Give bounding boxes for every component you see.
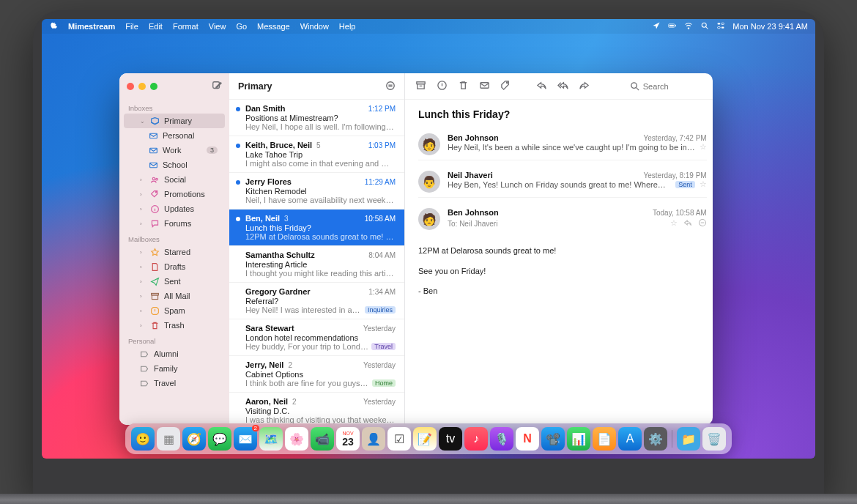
archive-icon [150, 292, 160, 301]
unread-button[interactable] [479, 80, 490, 92]
dock-launchpad-icon[interactable]: ▦ [157, 427, 180, 451]
compose-button[interactable] [212, 81, 222, 92]
dock-reminders-icon[interactable]: ☑︎ [387, 427, 411, 451]
dock-safari-icon[interactable]: 🧭 [182, 427, 206, 451]
star-icon[interactable]: ☆ [700, 142, 707, 152]
list-message[interactable]: Samantha Schultz8:04 AMInteresting Artic… [229, 246, 404, 283]
dock-messages-icon[interactable]: 💬 [208, 427, 231, 451]
battery-icon[interactable] [668, 21, 677, 32]
dock-numbers-icon[interactable]: 📊 [567, 427, 590, 451]
dock-tv-icon[interactable]: tv [439, 427, 462, 451]
wifi-icon[interactable] [684, 21, 693, 32]
star-icon[interactable]: ☆ [700, 179, 707, 189]
list-message[interactable]: Ben, Neil310:58 AMLunch this Friday?12PM… [229, 210, 404, 246]
menu-message[interactable]: Message [257, 22, 290, 31]
sidebar-item-alumni[interactable]: Alumni [124, 346, 225, 361]
list-message[interactable]: Jerry Flores11:29 AMKitchen RemodelNeil,… [229, 173, 404, 210]
sidebar-item-primary[interactable]: ⌄ Primary [124, 114, 225, 128]
menu-edit[interactable]: Edit [149, 22, 163, 31]
sidebar-item-travel[interactable]: Travel [124, 376, 225, 390]
dock-mail-icon[interactable]: ✉️2 [234, 427, 257, 451]
svg-rect-2 [675, 25, 676, 26]
filter-icon[interactable] [385, 81, 396, 92]
control-center-icon[interactable] [716, 21, 725, 32]
dock-trash-icon[interactable]: 🗑️ [702, 427, 726, 451]
dock-downloads-icon[interactable]: 📁 [677, 427, 700, 451]
more-icon[interactable] [698, 218, 707, 229]
svg-point-24 [631, 83, 637, 89]
reply-all-button[interactable] [557, 80, 568, 92]
spam-button[interactable] [437, 80, 448, 92]
archive-button[interactable] [415, 80, 426, 92]
sidebar-item-work[interactable]: Work 3 [124, 143, 225, 158]
menu-go[interactable]: Go [236, 22, 247, 31]
list-message[interactable]: Jerry, Neil2YesterdayCabinet OptionsI th… [229, 356, 404, 393]
list-message[interactable]: Keith, Bruce, Neil51:03 PMLake Tahoe Tri… [229, 136, 404, 173]
sidebar-item-starred[interactable]: ›Starred [124, 245, 225, 259]
menu-window[interactable]: Window [300, 22, 329, 31]
list-message[interactable]: Sara StewartYesterdayLondon hotel recomm… [229, 319, 404, 356]
menubar-app-name[interactable]: Mimestream [68, 22, 115, 31]
list-message[interactable]: Aaron, Neil2YesterdayVisiting D.C.I was … [229, 393, 404, 425]
dock-notes-icon[interactable]: 📝 [413, 427, 437, 451]
dock-settings-icon[interactable]: ⚙️ [644, 427, 667, 451]
dock-appstore-icon[interactable]: A [618, 427, 642, 451]
menubar-datetime[interactable]: Mon Nov 23 9:41 AM [732, 22, 808, 31]
sidebar-item-spam[interactable]: ›Spam [124, 303, 225, 318]
apple-icon[interactable] [49, 21, 58, 32]
search-field[interactable] [629, 81, 710, 92]
sidebar-item-updates[interactable]: ›Updates [124, 201, 225, 216]
sidebar-item-forums[interactable]: ›Forums [124, 216, 225, 231]
menubar: Mimestream File Edit Format View Go Mess… [42, 19, 815, 34]
sidebar-item-label: Promotions [164, 190, 218, 199]
menu-view[interactable]: View [209, 22, 226, 31]
dock-finder-icon[interactable]: 🙂 [131, 427, 155, 451]
sidebar-item-allmail[interactable]: ›All Mail [124, 289, 225, 303]
dock-music-icon[interactable]: ♪ [464, 427, 488, 451]
dock-contacts-icon[interactable]: 👤 [362, 427, 385, 451]
inbox-icon [149, 131, 158, 141]
sidebar-item-label: Alumni [154, 349, 218, 358]
sidebar-item-label: Primary [164, 116, 218, 125]
dock-photos-icon[interactable]: 🌸 [285, 427, 308, 451]
dock-keynote-icon[interactable]: 📽️ [541, 427, 565, 451]
list-message[interactable]: Dan Smith1:12 PMPositions at Mimestream?… [229, 100, 404, 136]
dock-news-icon[interactable]: N [516, 427, 539, 451]
dock-pages-icon[interactable]: 📄 [593, 427, 616, 451]
sidebar-item-label: Work [163, 146, 202, 155]
minimize-window-button[interactable] [138, 83, 146, 90]
message-subject: Kitchen Remodel [245, 187, 396, 196]
sidebar-item-personal[interactable]: Personal [124, 128, 225, 143]
menu-format[interactable]: Format [173, 22, 199, 31]
sidebar-item-school[interactable]: School [124, 158, 225, 172]
sidebar-item-drafts[interactable]: ›Drafts [124, 259, 225, 274]
sent-badge: Sent [675, 181, 695, 188]
dock-podcasts-icon[interactable]: 🎙️ [490, 427, 513, 451]
list-message[interactable]: Gregory Gardner1:34 AMReferral?Hey Neil!… [229, 283, 404, 319]
sidebar-item-trash[interactable]: ›Trash [124, 318, 225, 333]
thread-item[interactable]: 🧑 Ben Johnson Yesterday, 7:42 PM Hey Nei… [418, 129, 707, 160]
sidebar-item-social[interactable]: ›Social [124, 172, 225, 187]
spotlight-icon[interactable] [700, 21, 709, 32]
sidebar-item-family[interactable]: Family [124, 361, 225, 376]
dock-maps-icon[interactable]: 🗺️ [259, 427, 283, 451]
forward-button[interactable] [579, 80, 590, 92]
delete-button[interactable] [458, 80, 469, 92]
reply-icon[interactable] [683, 218, 692, 229]
dock-facetime-icon[interactable]: 📹 [311, 427, 334, 451]
zoom-window-button[interactable] [150, 83, 157, 90]
dock-calendar-icon[interactable]: NOV23 [336, 427, 360, 451]
location-icon[interactable] [652, 21, 661, 32]
close-window-button[interactable] [127, 83, 134, 90]
sidebar-item-promotions[interactable]: ›Promotions [124, 187, 225, 201]
sidebar-item-sent[interactable]: ›Sent [124, 274, 225, 289]
to-recipient: Neil Jhaveri [459, 220, 497, 228]
svg-rect-4 [718, 23, 721, 24]
label-button[interactable] [500, 80, 511, 92]
search-input[interactable] [643, 82, 702, 91]
menu-file[interactable]: File [125, 22, 138, 31]
menu-help[interactable]: Help [339, 22, 356, 31]
thread-item[interactable]: 👨 Neil Jhaveri Yesterday, 8:19 PM Hey Be… [418, 166, 707, 198]
star-icon[interactable]: ☆ [670, 218, 678, 229]
reply-button[interactable] [536, 80, 547, 92]
